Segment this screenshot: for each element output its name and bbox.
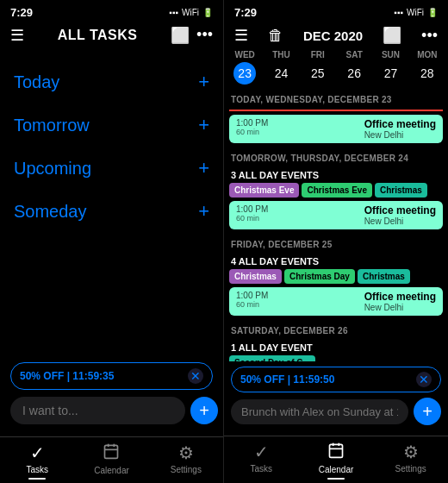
promo-text-left: 50% OFF | 11:59:35 bbox=[20, 370, 114, 382]
right-tab-bar: ✓ Tasks Calendar ⚙ Settings bbox=[224, 436, 448, 483]
event-sub-2: New Delhi bbox=[364, 216, 436, 226]
add-task-button-left[interactable]: + bbox=[190, 397, 218, 424]
r-inbox-icon[interactable]: 🗑 bbox=[268, 27, 283, 45]
settings-tab-label-left: Settings bbox=[171, 465, 202, 474]
cal-day-name-fri: FRI bbox=[311, 50, 325, 60]
page-title: ALL TASKS bbox=[58, 28, 138, 43]
cal-day-num-thu: 24 bbox=[270, 62, 292, 85]
cal-day-num-wed: 23 bbox=[233, 62, 256, 85]
cal-day-num-sun: 27 bbox=[379, 62, 401, 85]
promo-close-right[interactable]: ✕ bbox=[416, 372, 432, 387]
section-header-fri: FRIDAY, DECEMBER 25 bbox=[229, 235, 443, 253]
events-scroll[interactable]: TODAY, WEDNESDAY, DECEMBER 23 1:00 PM 60… bbox=[224, 90, 448, 361]
right-bottom-bar: 50% OFF | 11:59:50 ✕ + bbox=[224, 361, 448, 436]
cal-day-num-fri: 25 bbox=[307, 62, 329, 85]
section-header-tomorrow: TOMORROW, THURSDAY, DECEMBER 24 bbox=[229, 148, 443, 166]
left-tab-bar: ✓ Tasks Calendar ⚙ Settings bbox=[0, 436, 223, 483]
task-input-right[interactable] bbox=[231, 399, 408, 424]
promo-badge-left[interactable]: 50% OFF | 11:59:35 ✕ bbox=[10, 362, 213, 390]
r-battery-icon: 🔋 bbox=[427, 8, 438, 17]
all-day-chip-1[interactable]: Christmas Eve bbox=[229, 183, 299, 198]
left-header: ☰ ALL TASKS ⬜ ••• bbox=[0, 22, 223, 52]
cal-day-wed[interactable]: WED 23 bbox=[227, 50, 262, 85]
all-day-chip-fri-1[interactable]: Christmas bbox=[229, 269, 282, 284]
event-card-1[interactable]: 1:00 PM 60 min Office meeting New Delhi bbox=[229, 115, 443, 143]
nav-item-someday[interactable]: Someday + bbox=[0, 190, 223, 233]
event-time-1: 1:00 PM bbox=[236, 118, 268, 128]
r-menu-icon[interactable]: ☰ bbox=[234, 26, 248, 45]
section-header-today: TODAY, WEDNESDAY, DECEMBER 23 bbox=[229, 90, 443, 108]
left-bottom-bar: 50% OFF | 11:59:35 ✕ + bbox=[0, 355, 223, 436]
settings-tab-icon-right: ⚙ bbox=[403, 442, 419, 462]
task-input-row-left: + bbox=[10, 397, 213, 430]
nav-item-tomorrow[interactable]: Tomorrow + bbox=[0, 104, 223, 147]
cal-day-name-mon: MON bbox=[417, 50, 437, 60]
tasks-tab-label: Tasks bbox=[26, 465, 48, 474]
right-status-time: 7:29 bbox=[234, 6, 257, 19]
calendar-tab-label-right: Calendar bbox=[319, 465, 354, 474]
right-header: ☰ 🗑 DEC 2020 ⬜ ••• bbox=[224, 22, 448, 50]
cal-day-sun[interactable]: SUN 27 bbox=[373, 50, 408, 85]
event-duration-1: 60 min bbox=[236, 128, 268, 136]
right-status-icons: ▪▪▪ WiFi 🔋 bbox=[394, 8, 438, 17]
event-duration-2: 60 min bbox=[236, 214, 268, 223]
left-status-icons: ▪▪▪ WiFi 🔋 bbox=[169, 8, 213, 17]
cal-day-name-wed: WED bbox=[234, 50, 254, 60]
cal-day-mon[interactable]: MON 28 bbox=[410, 50, 445, 85]
event-title-1: Office meeting bbox=[364, 118, 436, 130]
menu-icon[interactable]: ☰ bbox=[10, 26, 24, 45]
add-upcoming-icon[interactable]: + bbox=[198, 157, 209, 179]
cal-day-sat[interactable]: SAT 26 bbox=[337, 50, 371, 85]
section-header-sat: SATURDAY, DECEMBER 26 bbox=[229, 321, 443, 339]
cal-day-fri[interactable]: FRI 25 bbox=[301, 50, 335, 85]
square-icon[interactable]: ⬜ bbox=[171, 26, 190, 45]
all-day-chip-fri-3[interactable]: Christmas bbox=[358, 269, 410, 284]
right-header-title: DEC 2020 bbox=[303, 28, 363, 43]
all-day-events-fri: Christmas Christmas Day Christmas bbox=[229, 269, 443, 284]
all-day-label-tomorrow: 3 ALL DAY EVENTS bbox=[229, 166, 443, 183]
calendar-tab-icon-right bbox=[327, 442, 345, 463]
nav-item-upcoming[interactable]: Upcoming + bbox=[0, 147, 223, 190]
cal-day-thu[interactable]: THU 24 bbox=[264, 50, 298, 85]
right-panel: 7:29 ▪▪▪ WiFi 🔋 ☰ 🗑 DEC 2020 ⬜ ••• WED 2… bbox=[224, 0, 448, 483]
svg-rect-4 bbox=[330, 444, 343, 457]
cal-day-num-mon: 28 bbox=[416, 62, 439, 85]
tab-calendar-left[interactable]: Calendar bbox=[74, 442, 148, 480]
nav-item-today[interactable]: Today + bbox=[0, 60, 223, 104]
add-someday-icon[interactable]: + bbox=[198, 200, 209, 223]
tasks-tab-icon: ✓ bbox=[30, 442, 45, 463]
task-input-left[interactable] bbox=[10, 397, 185, 424]
calendar-tab-icon-left bbox=[103, 442, 120, 464]
all-day-chip-sat-1[interactable]: Second Day of C... bbox=[229, 355, 315, 362]
tab-tasks-right[interactable]: ✓ Tasks bbox=[224, 442, 299, 480]
cal-day-name-sat: SAT bbox=[346, 50, 363, 60]
add-today-icon[interactable]: + bbox=[198, 71, 209, 93]
all-day-chip-fri-2[interactable]: Christmas Day bbox=[284, 269, 355, 284]
event-title-2: Office meeting bbox=[364, 204, 436, 216]
event-card-3[interactable]: 1:00 PM 60 min Office meeting New Delhi bbox=[229, 287, 443, 316]
all-day-chip-2[interactable]: Christmas Eve bbox=[302, 183, 371, 198]
all-day-label-fri: 4 ALL DAY EVENTS bbox=[229, 253, 443, 269]
r-square-icon[interactable]: ⬜ bbox=[383, 26, 401, 45]
today-line bbox=[229, 110, 443, 111]
tab-settings-right[interactable]: ⚙ Settings bbox=[373, 442, 448, 480]
more-icon[interactable]: ••• bbox=[196, 26, 213, 45]
cal-day-name-sun: SUN bbox=[382, 50, 400, 60]
r-signal-icon: ▪▪▪ bbox=[394, 8, 403, 17]
all-day-chip-3[interactable]: Christmas bbox=[375, 183, 427, 198]
r-more-icon[interactable]: ••• bbox=[421, 27, 438, 45]
promo-badge-right[interactable]: 50% OFF | 11:59:50 ✕ bbox=[231, 367, 441, 392]
tab-calendar-right[interactable]: Calendar bbox=[299, 442, 374, 480]
add-tomorrow-icon[interactable]: + bbox=[198, 114, 209, 136]
add-task-button-right[interactable]: + bbox=[414, 398, 441, 425]
cal-day-name-thu: THU bbox=[272, 50, 290, 60]
event-card-2[interactable]: 1:00 PM 60 min Office meeting New Delhi bbox=[229, 201, 443, 229]
tab-tasks-left[interactable]: ✓ Tasks bbox=[0, 442, 74, 480]
calendar-week-row: WED 23 THU 24 FRI 25 SAT 26 SUN 27 MON 2… bbox=[224, 50, 448, 90]
tab-settings-left[interactable]: ⚙ Settings bbox=[149, 442, 223, 480]
promo-close-left[interactable]: ✕ bbox=[188, 368, 203, 384]
event-sub-1: New Delhi bbox=[364, 130, 436, 140]
event-sub-3: New Delhi bbox=[364, 303, 436, 312]
signal-icon: ▪▪▪ bbox=[169, 8, 178, 17]
settings-tab-label-right: Settings bbox=[395, 464, 426, 474]
